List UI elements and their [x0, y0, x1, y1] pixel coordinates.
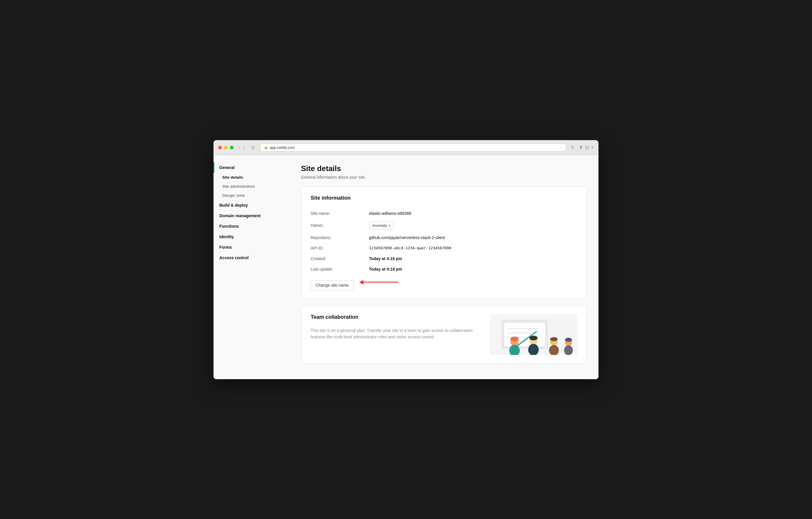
main-content: Site details General information about y…	[289, 155, 599, 379]
created-row: Created: Today at 4:16 pm	[311, 253, 577, 264]
team-text: Team collaboration This site is on a per…	[311, 314, 478, 340]
repository-value: github.com/jayair/serverless-stack-2-cli…	[369, 235, 445, 240]
svg-point-12	[549, 345, 559, 355]
url-text: app.netlify.com	[270, 145, 295, 150]
created-value: Today at 4:16 pm	[369, 256, 402, 261]
share-button[interactable]: ⬆	[579, 145, 583, 150]
change-site-name-row: Change site name	[311, 274, 577, 290]
api-id-row: API ID: 1234567890-abcd-1234-qwer-123456…	[311, 243, 577, 253]
owner-dropdown[interactable]: Anomaly ▾	[369, 222, 394, 229]
sidebar-item-build-deploy[interactable]: Build & deploy	[213, 200, 289, 211]
close-button[interactable]	[218, 146, 222, 149]
owner-row: Owner: Anomaly ▾	[311, 219, 577, 233]
last-update-row: Last update: Today at 4:18 pm	[311, 264, 577, 274]
last-update-label: Last update:	[311, 267, 369, 271]
api-id-value: 1234567890-abcd-1234-qwer-1234567890	[369, 246, 451, 250]
arrow-line	[364, 282, 399, 282]
back-button[interactable]: ‹	[237, 144, 241, 151]
owner-label: Owner:	[311, 223, 369, 228]
info-table: Site name: elastic-williams-e68388 Owner…	[311, 208, 577, 274]
lock-icon: 🔒	[264, 146, 268, 149]
sidebar-toggle-button[interactable]: ⊡	[585, 145, 589, 150]
sidebar-item-site-administrators[interactable]: Site administrators	[213, 182, 289, 191]
minimize-button[interactable]	[224, 146, 228, 149]
last-update-value: Today at 4:18 pm	[369, 267, 402, 271]
site-name-value: elastic-williams-e68388	[369, 211, 411, 216]
browser-actions: ⬆ ⊡ +	[579, 145, 594, 150]
forward-button[interactable]: ›	[242, 144, 246, 151]
traffic-lights	[218, 146, 234, 149]
svg-point-7	[511, 336, 519, 341]
url-bar[interactable]: 🔒 app.netlify.com	[260, 144, 566, 152]
site-name-row: Site name: elastic-williams-e68388	[311, 208, 577, 219]
team-illustration	[490, 314, 577, 355]
sidebar-item-domain-management[interactable]: Domain management	[213, 211, 289, 221]
team-card-inner: Team collaboration This site is on a per…	[311, 314, 577, 355]
maximize-button[interactable]	[230, 146, 234, 149]
site-name-label: Site name:	[311, 211, 369, 216]
svg-point-13	[550, 337, 558, 341]
team-collaboration-card: Team collaboration This site is on a per…	[301, 306, 587, 363]
new-tab-button[interactable]: +	[591, 145, 594, 150]
team-description: This site is on a personal plan. Transfe…	[311, 327, 478, 340]
change-site-name-button[interactable]: Change site name	[311, 280, 354, 290]
team-illustration-svg	[490, 314, 577, 355]
browser-window: ‹ › ⊡ 🔒 app.netlify.com ↻ ⬆ ⊡ + General …	[213, 140, 599, 379]
site-info-card-title: Site information	[311, 195, 577, 201]
sidebar-item-general[interactable]: General	[213, 162, 289, 173]
sidebar: General Site details Site administrators…	[213, 155, 289, 379]
nav-buttons: ‹ ›	[237, 144, 246, 151]
chevron-down-icon: ▾	[389, 224, 390, 227]
arrow-head-icon	[359, 280, 364, 284]
sidebar-item-functions[interactable]: Functions	[213, 221, 289, 231]
reload-button[interactable]: ↻	[570, 144, 576, 150]
page-title: Site details	[301, 164, 587, 173]
sidebar-item-identity[interactable]: Identity	[213, 231, 289, 242]
red-arrow-annotation	[359, 280, 399, 284]
sidebar-item-site-details[interactable]: Site details	[213, 173, 289, 182]
owner-dropdown-value: Anomaly	[372, 223, 387, 228]
browser-chrome: ‹ › ⊡ 🔒 app.netlify.com ↻ ⬆ ⊡ +	[213, 140, 599, 155]
sidebar-item-access-control[interactable]: Access control	[213, 252, 289, 263]
team-card-title: Team collaboration	[311, 314, 478, 320]
repository-row: Repository: github.com/jayair/serverless…	[311, 233, 577, 243]
svg-point-15	[564, 345, 573, 355]
sidebar-item-forms[interactable]: Forms	[213, 242, 289, 252]
page-content: General Site details Site administrators…	[213, 155, 599, 379]
tab-view-button[interactable]: ⊡	[250, 144, 257, 150]
sidebar-item-danger-zone[interactable]: Danger zone	[213, 191, 289, 200]
svg-point-16	[565, 338, 572, 342]
page-subtitle: General information about your site	[301, 175, 587, 180]
svg-rect-1	[504, 323, 545, 346]
created-label: Created:	[311, 256, 369, 261]
site-info-card: Site information Site name: elastic-will…	[301, 187, 587, 299]
repository-label: Repository:	[311, 235, 369, 240]
api-id-label: API ID:	[311, 246, 369, 250]
